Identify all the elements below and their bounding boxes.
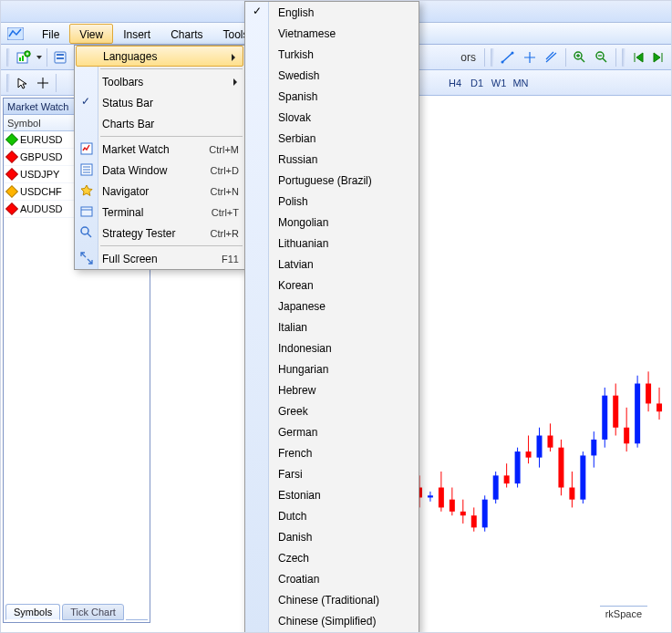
language-item-hebrew[interactable]: Hebrew [245,379,419,400]
language-item-estonian[interactable]: Estonian [245,484,419,505]
menu-separator [100,68,243,69]
menu-item-label: Status Bar [102,97,239,109]
language-item-greek[interactable]: Greek [245,400,419,421]
view-menu-item-market-watch[interactable]: Market WatchCtrl+M [75,139,244,160]
language-item-hungarian[interactable]: Hungarian [245,358,419,379]
svg-rect-35 [526,451,532,458]
view-menu-item-data-window[interactable]: Data WindowCtrl+D [75,160,244,181]
market-watch-symbol-label: USDCHF [20,186,62,197]
view-menu-item-status-bar[interactable]: Status Bar [75,92,244,113]
language-item-slovak[interactable]: Slovak [245,107,419,128]
toolbar-grip[interactable] [491,48,494,67]
svg-rect-23 [460,512,466,515]
language-item-chinese-traditional-[interactable]: Chinese (Traditional) [245,589,419,610]
view-menu-item-full-screen[interactable]: Full ScreenF11 [75,248,244,269]
timeframe-h4-button[interactable]: H4 [444,74,466,92]
view-menu-item-strategy-tester[interactable]: Strategy TesterCtrl+R [75,223,244,244]
scroll-start-button[interactable] [628,47,648,67]
language-item-indonesian[interactable]: Indonesian [245,337,419,358]
line-study-1-button[interactable] [497,47,519,67]
language-item-serbian[interactable]: Serbian [245,128,419,149]
profiles-button[interactable] [50,47,72,67]
language-item-czech[interactable]: Czech [245,547,419,568]
language-label: Hungarian [278,363,328,376]
language-item-farsi[interactable]: Farsi [245,463,419,484]
market-watch-symbol-label: USDJPY [20,169,59,180]
svg-rect-37 [537,436,543,458]
workspace-tab-label[interactable]: rkSpace [600,606,647,619]
market-watch-tabs: Symbols Tick Chart [5,602,148,620]
language-label: Hebrew [278,384,315,397]
view-menu-item-navigator[interactable]: NavigatorCtrl+N [75,181,244,202]
toolbar-grip[interactable] [6,74,10,92]
language-label: Italian [278,321,307,334]
language-label: Polish [278,195,308,208]
timeframe-w1-button[interactable]: W1 [488,74,510,92]
language-item-turkish[interactable]: Turkish [245,44,419,65]
market-watch-tab-tickchart[interactable]: Tick Chart [62,604,124,620]
language-item-italian[interactable]: Italian [245,316,419,337]
svg-rect-43 [569,488,574,500]
zoom-out-button[interactable] [591,47,613,67]
language-item-danish[interactable]: Danish [245,526,419,547]
language-label: Mongolian [278,216,328,229]
menu-insert[interactable]: Insert [113,24,160,44]
new-chart-button[interactable] [13,47,35,67]
menu-item-shortcut: Ctrl+M [202,144,239,155]
language-item-mongolian[interactable]: Mongolian [245,212,419,233]
language-label: Vietnamese [278,27,336,40]
menu-item-label: Market Watch [102,143,202,156]
language-item-german[interactable]: German [245,421,419,442]
line-study-3-button[interactable] [541,47,563,67]
language-label: Latvian [278,258,314,271]
language-item-russian[interactable]: Russian [245,149,419,170]
language-item-lithuanian[interactable]: Lithuanian [245,233,419,254]
view-menu-item-terminal[interactable]: TerminalCtrl+T [75,202,244,223]
language-label: English [278,6,314,19]
language-item-portuguese-brazil-[interactable]: Portuguese (Brazil) [245,170,419,191]
language-item-vietnamese[interactable]: Vietnamese [245,23,419,44]
cursor-tool-button[interactable] [13,73,33,93]
svg-rect-6 [57,54,64,56]
view-menu-item-languages[interactable]: Languages [76,46,243,67]
toolbar-sep [565,48,566,67]
language-item-chinese-simplified-[interactable]: Chinese (Simplified) [245,610,419,631]
language-label: Turkish [278,48,314,61]
language-item-polish[interactable]: Polish [245,191,419,212]
terminal-icon [79,204,94,219]
language-item-croatian[interactable]: Croatian [245,568,419,589]
market-watch-symbol-label: AUDUSD [20,203,62,214]
language-item-french[interactable]: French [245,442,419,463]
view-menu-item-charts-bar[interactable]: Charts Bar [75,113,244,134]
menu-file[interactable]: File [32,24,69,44]
new-chart-drop-icon[interactable] [35,47,44,67]
menu-item-label: Languages [103,50,237,63]
language-item-japanese[interactable]: Japanese [245,296,419,316]
language-item-swedish[interactable]: Swedish [245,65,419,86]
market-watch-tab-symbols[interactable]: Symbols [5,604,60,620]
menu-charts[interactable]: Charts [160,24,212,44]
svg-rect-41 [558,448,563,488]
scroll-end-button[interactable] [648,47,668,67]
menu-item-shortcut: Ctrl+D [203,165,239,176]
view-menu-item-toolbars[interactable]: Toolbars [75,71,244,92]
svg-rect-31 [504,475,510,483]
language-item-dutch[interactable]: Dutch [245,505,419,526]
language-item-korean[interactable]: Korean [245,275,419,296]
language-item-spanish[interactable]: Spanish [245,86,419,107]
language-item-english[interactable]: English [245,2,419,23]
zoom-in-button[interactable] [569,47,591,67]
svg-point-9 [512,51,514,54]
line-study-2-button[interactable] [519,47,541,67]
language-item-latvian[interactable]: Latvian [245,254,419,275]
timeframe-d1-button[interactable]: D1 [466,74,488,92]
toolbar-grip[interactable] [622,48,625,67]
crosshair-tool-button[interactable] [33,73,53,93]
toolbar-sep [56,74,57,92]
toolbar-cutoff-label: ors [460,51,481,64]
language-label: Portuguese (Brazil) [278,174,372,187]
timeframe-mn-button[interactable]: MN [510,74,532,92]
svg-rect-2 [19,57,21,61]
toolbar-grip[interactable] [6,48,10,67]
menu-view[interactable]: View [69,24,113,44]
